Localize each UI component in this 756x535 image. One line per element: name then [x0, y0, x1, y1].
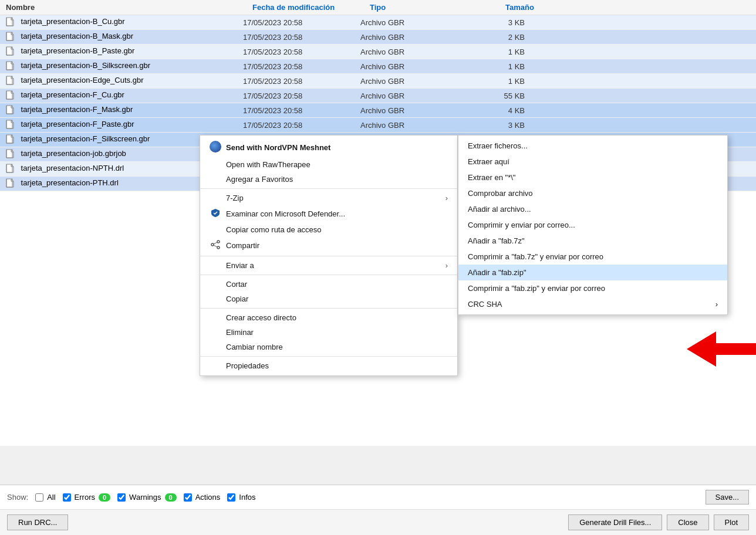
ctx-item-label: Examinar con Microsoft Defender... — [226, 209, 345, 218]
sub-item-label: Comprimir y enviar por correo... — [468, 221, 575, 229]
file-list-header: Nombre Fecha de modificación Tipo Tamaño — [0, 0, 756, 15]
plot-button[interactable]: Plot — [714, 514, 749, 530]
ctx-icon-empty — [210, 361, 221, 370]
sub-item-añadir-fabzip[interactable]: Añadir a "fab.zip" — [458, 265, 727, 280]
ctx-item-send-nordvpn[interactable]: Send with NordVPN Meshnet — [200, 138, 457, 157]
ctx-item-label: Open with RawTherapee — [226, 160, 310, 169]
file-date: 17/05/2023 20:58 — [243, 92, 360, 100]
table-row[interactable]: tarjeta_presentacion-F_Cu.gbr 17/05/2023… — [0, 89, 756, 103]
col-header-size[interactable]: Tamaño — [475, 3, 534, 12]
ctx-icon-empty — [210, 175, 221, 184]
ctx-separator — [200, 275, 457, 275]
file-date: 17/05/2023 20:58 — [243, 106, 360, 115]
sub-item-comprimir-fabzip-correo[interactable]: Comprimir a "fab.zip" y enviar por corre… — [458, 280, 727, 296]
file-type: Archivo GBR — [360, 121, 466, 130]
actions-checkbox-group: Actions — [184, 493, 221, 502]
file-name: tarjeta_presentacion-B_Mask.gbr — [6, 32, 243, 42]
sub-item-comprobar-archivo[interactable]: Comprobar archivo — [458, 185, 727, 201]
actions-checkbox[interactable] — [184, 493, 192, 502]
action-bar: Run DRC... Generate Drill Files... Close… — [0, 510, 756, 535]
file-name: tarjeta_presentacion-F_Paste.gbr — [6, 120, 243, 130]
svg-point-25 — [217, 246, 220, 249]
ctx-item-label: Compartir — [226, 241, 259, 250]
ctx-item-7zip[interactable]: 7-Zip › — [200, 191, 457, 205]
file-date: 17/05/2023 20:58 — [243, 77, 360, 86]
all-checkbox-group: All — [35, 493, 55, 502]
file-icon — [6, 134, 15, 145]
col-header-name[interactable]: Nombre — [6, 3, 252, 12]
generate-drill-button[interactable]: Generate Drill Files... — [568, 514, 662, 530]
sub-item-label: Añadir al archivo... — [468, 205, 531, 214]
ctx-item-compartir[interactable]: Compartir — [200, 237, 457, 254]
errors-checkbox[interactable] — [63, 493, 71, 502]
col-header-date[interactable]: Fecha de modificación — [252, 3, 370, 12]
ctx-item-defender[interactable]: Examinar con Microsoft Defender... — [200, 205, 457, 222]
run-drc-button[interactable]: Run DRC... — [7, 514, 68, 530]
file-icon — [6, 164, 15, 174]
file-size: 55 KB — [466, 92, 525, 100]
table-row[interactable]: tarjeta_presentacion-B_Cu.gbr 17/05/2023… — [0, 15, 756, 30]
warnings-label: Warnings — [129, 493, 161, 502]
ctx-item-label: Propiedades — [226, 361, 269, 370]
table-row[interactable]: tarjeta_presentacion-F_Paste.gbr 17/05/2… — [0, 118, 756, 133]
sub-item-comprimir-fab7z-correo[interactable]: Comprimir a "fab.7z" y enviar por correo — [458, 249, 727, 265]
ctx-item-copiar-ruta[interactable]: Copiar como ruta de acceso — [200, 222, 457, 237]
sub-submenu-arrow: › — [716, 300, 718, 309]
ctx-item-copiar[interactable]: Copiar — [200, 292, 457, 306]
table-row[interactable]: tarjeta_presentacion-B_Silkscreen.gbr 17… — [0, 59, 756, 74]
sub-item-añadir-fab7z[interactable]: Añadir a "fab.7z" — [458, 233, 727, 249]
file-icon — [6, 32, 15, 42]
file-size: 3 KB — [466, 18, 525, 27]
file-icon — [6, 76, 15, 86]
sub-item-añadir-archivo[interactable]: Añadir al archivo... — [458, 201, 727, 217]
file-size: 3 KB — [466, 121, 525, 130]
ctx-item-eliminar[interactable]: Eliminar — [200, 325, 457, 340]
ctx-item-agregar-favoritos[interactable]: Agregar a Favoritos — [200, 172, 457, 187]
table-row[interactable]: tarjeta_presentacion-B_Mask.gbr 17/05/20… — [0, 30, 756, 45]
ctx-item-enviar-a[interactable]: Enviar a › — [200, 258, 457, 273]
ctx-item-label: Copiar — [226, 294, 248, 303]
ctx-item-label: Cortar — [226, 280, 247, 289]
sub-item-comprimir-correo[interactable]: Comprimir y enviar por correo... — [458, 217, 727, 233]
warnings-checkbox[interactable] — [117, 493, 126, 502]
ctx-icon-empty — [210, 160, 221, 169]
sub-item-label: Añadir a "fab.zip" — [468, 268, 526, 277]
ctx-item-crear-acceso[interactable]: Crear acceso directo — [200, 310, 457, 325]
col-header-type[interactable]: Tipo — [370, 3, 475, 12]
file-size: 1 KB — [466, 77, 525, 86]
sub-item-extraer-en[interactable]: Extraer en "*\" — [458, 170, 727, 185]
ctx-item-cortar[interactable]: Cortar — [200, 277, 457, 292]
sub-item-extraer-aqui[interactable]: Extraer aquí — [458, 154, 727, 170]
ctx-item-label: 7-Zip — [226, 194, 244, 202]
file-icon — [6, 105, 15, 116]
table-row[interactable]: tarjeta_presentacion-B_Paste.gbr 17/05/2… — [0, 45, 756, 59]
actions-label: Actions — [195, 493, 221, 502]
save-button[interactable]: Save... — [706, 490, 749, 504]
sub-item-label: CRC SHA — [468, 300, 502, 309]
file-date: 17/05/2023 20:58 — [243, 48, 360, 56]
close-button[interactable]: Close — [667, 514, 708, 530]
ctx-item-propiedades[interactable]: Propiedades — [200, 358, 457, 373]
svg-line-27 — [214, 242, 217, 244]
errors-badge: 0 — [99, 493, 110, 502]
ctx-separator — [200, 356, 457, 357]
table-row[interactable]: tarjeta_presentacion-Edge_Cuts.gbr 17/05… — [0, 74, 756, 89]
sub-item-label: Comprobar archivo — [468, 189, 533, 198]
file-size: 2 KB — [466, 33, 525, 42]
ctx-separator — [200, 308, 457, 309]
ctx-item-label: Eliminar — [226, 328, 254, 337]
all-checkbox[interactable] — [35, 493, 43, 502]
sub-item-label: Extraer en "*\" — [468, 173, 516, 182]
infos-label: Infos — [239, 493, 255, 502]
ctx-item-open-rawtherapee[interactable]: Open with RawTherapee — [200, 157, 457, 172]
sub-item-crc-sha[interactable]: CRC SHA › — [458, 296, 727, 312]
ctx-item-cambiar-nombre[interactable]: Cambiar nombre — [200, 340, 457, 354]
red-arrow-annotation — [687, 326, 756, 374]
table-row[interactable]: tarjeta_presentacion-F_Mask.gbr 17/05/20… — [0, 103, 756, 118]
file-icon — [6, 120, 15, 130]
file-icon — [6, 178, 15, 189]
infos-checkbox[interactable] — [227, 493, 235, 502]
share-icon — [210, 240, 221, 251]
sub-item-extraer-ficheros[interactable]: Extraer ficheros... — [458, 138, 727, 154]
sub-item-label: Extraer ficheros... — [468, 141, 528, 150]
